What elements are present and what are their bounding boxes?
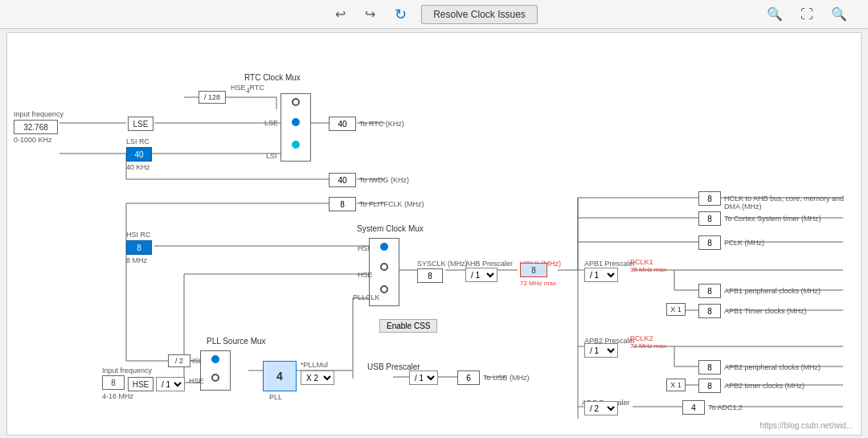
sys-mux-pll-indicator[interactable] bbox=[380, 285, 388, 293]
rtc-mux-lse-indicator[interactable] bbox=[292, 118, 300, 126]
redo-button[interactable]: ↪ bbox=[360, 3, 380, 25]
ahb-prescaler-select[interactable]: / 1 bbox=[465, 268, 497, 282]
lsi-rc-label: LSI RC bbox=[126, 137, 149, 145]
apb1-prescaler-select[interactable]: / 1 bbox=[584, 268, 618, 282]
flitfclk-output-value: 8 bbox=[329, 197, 356, 211]
cortex-timer-value: 8 bbox=[698, 211, 721, 226]
pll-box: 4 bbox=[263, 361, 297, 391]
adc-value: 4 bbox=[682, 400, 705, 415]
hse-input-value[interactable]: 8 bbox=[102, 375, 125, 390]
rtc-mux-box bbox=[280, 93, 311, 162]
pllclk-sys-label: PLLCLK bbox=[353, 293, 380, 301]
lse-input-value[interactable]: 32.768 bbox=[14, 120, 58, 134]
pll-mul-label: *PLLMul bbox=[301, 361, 328, 369]
hse-sys-label: HSE bbox=[358, 271, 373, 279]
main-diagram: RTC Clock Mux Input frequency 32.768 0-1… bbox=[6, 32, 862, 436]
rtc-mux-hse-indicator[interactable] bbox=[292, 98, 300, 106]
pll-mul-select[interactable]: X 2 bbox=[301, 370, 334, 385]
usb-to-label: To USB (MHz) bbox=[483, 374, 530, 382]
toolbar-right: 🔍 ⛶ 🔍 bbox=[762, 3, 852, 25]
toolbar: ↩ ↪ ↻ Resolve Clock Issues 🔍 ⛶ 🔍 bbox=[0, 0, 868, 29]
fclk-label: FCLK (MHz) bbox=[724, 239, 764, 247]
rtc-output-value: 40 bbox=[329, 117, 356, 131]
hclk-max: 72 MHz max bbox=[520, 280, 556, 287]
pll-mux-title: PLL Source Mux bbox=[207, 337, 266, 346]
iwdg-to-label: To IWDG (KHz) bbox=[359, 176, 409, 184]
pll-value: 4 bbox=[276, 370, 283, 383]
search-button[interactable]: 🔍 bbox=[762, 3, 788, 25]
sysclk-label: SYSCLK (MHz) bbox=[417, 260, 468, 268]
pclk2-label: PCLK2 bbox=[630, 334, 653, 342]
lsi-rc-value: 40 bbox=[126, 147, 152, 162]
hse-pll-label: HSE bbox=[189, 377, 204, 385]
watermark: https://blog.csdn.net/wid... bbox=[760, 421, 853, 430]
lse-input-range: 0-1000 KHz bbox=[14, 136, 52, 144]
ahb-prescaler-label: AHB Prescaler bbox=[465, 260, 513, 268]
undo-button[interactable]: ↩ bbox=[330, 3, 350, 25]
rtc-mux-title: RTC Clock Mux bbox=[244, 73, 301, 82]
pll-mux-box bbox=[200, 350, 231, 391]
hse-input-label: Input frequency bbox=[102, 366, 152, 375]
apb1-peripheral-value: 8 bbox=[698, 284, 721, 298]
hclk-ahb-value: 8 bbox=[698, 191, 721, 206]
flitfclk-to-label: To FLITFCLK (MHz) bbox=[359, 200, 424, 208]
apb2-timer-value: 8 bbox=[698, 379, 721, 393]
hsi-sys-label: HSI bbox=[358, 244, 370, 252]
lsi-rc-freq: 40 KHz bbox=[126, 163, 150, 171]
hsi-rc-label: HSI RC bbox=[126, 231, 151, 239]
hsi-rc-value: 8 bbox=[126, 240, 152, 255]
enable-css-button[interactable]: Enable CSS bbox=[379, 319, 437, 333]
rtc-to-label: To RTC (KHz) bbox=[359, 120, 404, 128]
usb-prescaler-select[interactable]: / 1 bbox=[409, 370, 438, 385]
hse-div1-select[interactable]: / 1 bbox=[156, 377, 185, 391]
hse-box: HSE bbox=[128, 377, 154, 391]
fit-button[interactable]: ⛶ bbox=[796, 3, 818, 25]
sys-mux-hsi-indicator[interactable] bbox=[380, 243, 388, 251]
pll-mux-hse-indicator[interactable] bbox=[211, 374, 219, 382]
fclk-value: 8 bbox=[698, 235, 721, 250]
pclk1-max: 35 MHz max bbox=[630, 266, 666, 273]
hsi-pll-label: HSI bbox=[189, 357, 201, 365]
apb2-peripheral-value: 8 bbox=[698, 360, 721, 375]
apb1-prescaler-label: APB1 Prescaler bbox=[584, 260, 636, 268]
apb2-x1-box: X 1 bbox=[666, 379, 686, 391]
sysclk-value: 8 bbox=[417, 268, 443, 283]
hclk-value: 8 bbox=[520, 263, 547, 277]
lsi-mux-label: LSI bbox=[266, 152, 277, 160]
sys-mux-title: System Clock Mux bbox=[357, 224, 424, 233]
cortex-timer-label: To Cortex System timer (MHz) bbox=[724, 215, 821, 223]
apb2-prescaler-select[interactable]: / 1 bbox=[584, 343, 618, 358]
hsi-rc-freq: 8 MHz bbox=[126, 256, 147, 264]
apb1-peripheral-label: APB1 peripheral clocks (MHz) bbox=[724, 287, 821, 295]
refresh-button[interactable]: ↻ bbox=[390, 2, 411, 27]
zoom-button[interactable]: 🔍 bbox=[826, 3, 852, 25]
pclk2-max: 72 MHz max bbox=[630, 342, 666, 350]
usb-output-value: 6 bbox=[457, 370, 480, 385]
apb2-timer-label: APB2 timer clocks (MHz) bbox=[724, 382, 805, 390]
div2-pll-box: / 2 bbox=[168, 354, 190, 367]
hclk-ahb-label: HCLK to AHB bus, core, memory and DMA (M… bbox=[724, 194, 861, 211]
rtc-mux-lsi-indicator[interactable] bbox=[292, 141, 300, 149]
div128-box: / 128 bbox=[199, 91, 226, 104]
apb2-peripheral-label: APB2 peripheral clocks (MHz) bbox=[724, 363, 821, 371]
pclk1-label: PCLK1 bbox=[630, 258, 653, 266]
adc-prescaler-select[interactable]: / 2 bbox=[584, 401, 618, 415]
apb1-timer-label: APB1 Timer clocks (MHz) bbox=[724, 307, 807, 315]
lse-box: LSE bbox=[128, 117, 154, 131]
sys-mux-hse-indicator[interactable] bbox=[380, 263, 388, 271]
pll-label: PLL bbox=[269, 393, 282, 401]
adc-to-label: To ADC1,2 bbox=[708, 403, 743, 411]
resolve-clock-button[interactable]: Resolve Clock Issues bbox=[421, 5, 538, 24]
pll-mux-hsi-indicator[interactable] bbox=[211, 355, 219, 363]
iwdg-output-value: 40 bbox=[329, 173, 356, 187]
hse-input-range: 4-16 MHz bbox=[102, 392, 133, 400]
apb1-x1-box: X 1 bbox=[666, 303, 686, 316]
lse-mux-label: LSE bbox=[264, 119, 278, 127]
hse-rtc-label: HSE_RTC bbox=[231, 84, 264, 92]
lse-input-label: Input frequency bbox=[14, 110, 63, 118]
apb1-timer-value: 8 bbox=[698, 304, 721, 318]
